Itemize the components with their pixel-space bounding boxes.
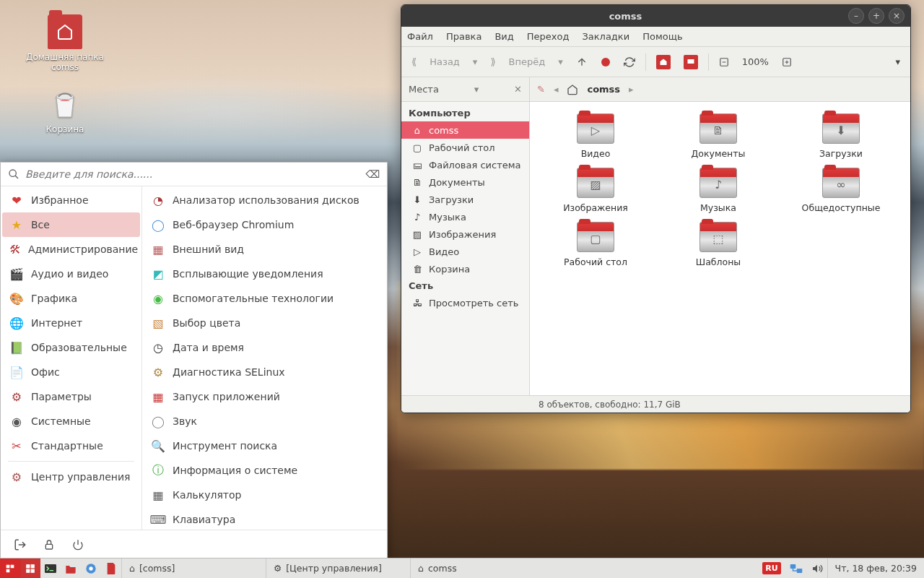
nav-up-button[interactable]	[573, 54, 590, 70]
close-button[interactable]: ×	[889, 8, 905, 24]
category-item[interactable]: 📄Офис	[2, 360, 140, 384]
search-input[interactable]	[25, 168, 359, 180]
terminal-launcher[interactable]	[40, 558, 61, 579]
app-item[interactable]: ▧Выбор цвета	[144, 311, 385, 335]
sidebar-item[interactable]: ♪Музыка	[401, 208, 529, 225]
menu-item[interactable]: Помощь	[642, 31, 682, 42]
computer-button[interactable]	[681, 53, 701, 72]
sidebar-item[interactable]: 🗑Корзина	[401, 260, 529, 277]
logout-button[interactable]	[8, 535, 32, 555]
nav-back-far-button[interactable]: ⟪	[409, 54, 419, 69]
app-item[interactable]: ◩Всплывающие уведомления	[144, 262, 385, 286]
browser-launcher[interactable]	[81, 558, 101, 579]
category-item[interactable]: ⚙Параметры	[2, 384, 140, 409]
files-launcher[interactable]	[61, 558, 81, 579]
app-item[interactable]: ⚙Диагностика SELinux	[144, 360, 385, 384]
path-current[interactable]: comss	[587, 84, 620, 95]
folder-item[interactable]: ▨Изображения	[534, 165, 657, 216]
app-item[interactable]: ▦Калькулятор	[144, 483, 385, 507]
category-item[interactable]: 🎬Аудио и видео	[2, 262, 140, 286]
sidebar-item[interactable]: 🗎Документы	[401, 173, 529, 191]
taskbar-item[interactable]: ⌂[comss]	[121, 558, 266, 578]
zoom-in-button[interactable]	[779, 55, 795, 69]
menu-applications: ◔Анализатор использования дисков◯Веб-бра…	[142, 186, 387, 530]
folder-item[interactable]: ▢Рабочий стол	[534, 219, 657, 270]
sidebar-item[interactable]: ▢Рабочий стол	[401, 139, 529, 156]
category-item[interactable]: ◉Системные	[2, 409, 140, 434]
menu-item[interactable]: Переход	[527, 31, 570, 42]
app-item[interactable]: 🔍Инструмент поиска	[144, 434, 385, 458]
app-item[interactable]: ▦Запуск приложений	[144, 384, 385, 409]
start-button[interactable]	[0, 558, 20, 579]
home-button[interactable]	[653, 53, 674, 72]
titlebar[interactable]: comss – + ×	[401, 5, 910, 27]
view-menu[interactable]: ▾	[892, 54, 903, 69]
fm-icon-view[interactable]: ▷Видео🗎Документы⬇Загрузки▨Изображения♪Му…	[530, 102, 910, 395]
category-item[interactable]: ★Все	[2, 212, 140, 237]
search-clear-icon[interactable]: ⌫	[365, 168, 380, 180]
menu-item[interactable]: Файл	[407, 31, 433, 42]
menu-item[interactable]: Закладки	[582, 31, 629, 42]
nav-forward-far-button[interactable]: ⟫	[487, 54, 498, 69]
menu-item[interactable]: Правка	[446, 31, 481, 42]
sidebar-item[interactable]: ⬇Загрузки	[401, 191, 529, 208]
desktop-icon-home[interactable]: Домашняя папка comss	[22, 14, 108, 72]
zoom-out-button[interactable]	[716, 55, 732, 69]
show-desktop-button[interactable]	[20, 558, 40, 579]
folder-item[interactable]: ⬇Загрузки	[780, 111, 902, 162]
maximize-button[interactable]: +	[868, 8, 884, 24]
sidebar-item[interactable]: ▷Видео	[401, 243, 529, 260]
control-center-item[interactable]: ⚙Центр управления	[2, 465, 140, 489]
lock-button[interactable]	[37, 535, 61, 555]
app-item[interactable]: ◯Веб-браузер Chromium	[144, 212, 385, 237]
category-item[interactable]: ❤Избранное	[2, 188, 140, 212]
app-item[interactable]: ⓘИнформация о системе	[144, 458, 385, 483]
reload-button[interactable]	[621, 54, 638, 70]
volume-icon[interactable]	[807, 558, 827, 578]
category-item[interactable]: ✂Стандартные	[2, 434, 140, 458]
minimize-button[interactable]: –	[848, 8, 864, 24]
path-home-icon[interactable]	[567, 84, 578, 95]
places-close[interactable]: ✕	[514, 84, 522, 95]
app-item[interactable]: ◉Вспомогательные технологии	[144, 286, 385, 311]
app-item[interactable]: ◔Анализатор использования дисков	[144, 188, 385, 212]
nav-forward-button[interactable]: Вперёд	[506, 54, 549, 69]
folder-item[interactable]: ⬚Шаблоны	[657, 219, 780, 270]
taskbar-item[interactable]: ⚙[Центр управления]	[266, 558, 410, 578]
nav-back-menu[interactable]: ▾	[470, 54, 481, 69]
menu-item[interactable]: Вид	[494, 31, 513, 42]
app-launcher[interactable]	[101, 558, 121, 579]
power-button[interactable]	[66, 535, 90, 555]
folder-item[interactable]: 🗎Документы	[657, 111, 780, 162]
category-item[interactable]: 🌐Интернет	[2, 311, 140, 335]
folder-item[interactable]: ♪Музыка	[657, 165, 780, 216]
keyboard-layout[interactable]: RU	[758, 558, 785, 578]
nav-forward-menu[interactable]: ▾	[555, 54, 566, 69]
folder-item[interactable]: ∞Общедоступные	[780, 165, 902, 216]
desktop-icon-trash[interactable]: Корзина	[22, 87, 108, 134]
folder-item[interactable]: ▷Видео	[534, 111, 657, 162]
folder-label: Шаблоны	[660, 256, 777, 267]
stop-button[interactable]	[598, 55, 614, 69]
app-item[interactable]: ⌨Клавиатура	[144, 507, 385, 530]
sidebar-item-label: Просмотреть сеть	[429, 298, 518, 309]
category-item[interactable]: 🎨Графика	[2, 286, 140, 311]
sidebar-item[interactable]: 🖴Файловая система	[401, 156, 529, 173]
sidebar-item[interactable]: 🖧Просмотреть сеть	[401, 294, 529, 311]
category-item[interactable]: 🛠Администрирование	[2, 237, 140, 262]
app-item[interactable]: ◷Дата и время	[144, 335, 385, 360]
category-item[interactable]: 📗Образовательные	[2, 335, 140, 360]
clock[interactable]: Чт, 18 фев, 20:39	[827, 558, 924, 578]
nav-back-button[interactable]: Назад	[427, 54, 463, 69]
places-toggle[interactable]: ▾	[474, 84, 479, 95]
taskbar-item[interactable]: ⌂comss	[410, 558, 554, 578]
path-edit-icon[interactable]: ✎	[537, 84, 545, 95]
app-item[interactable]: ◯Звук	[144, 409, 385, 434]
path-forward-icon[interactable]: ▸	[629, 84, 634, 95]
sidebar-item[interactable]: ⌂comss	[401, 121, 529, 139]
sidebar-item[interactable]: ▨Изображения	[401, 225, 529, 243]
path-back-icon[interactable]: ◂	[554, 84, 559, 95]
network-icon[interactable]	[785, 558, 807, 578]
app-item[interactable]: ▦Внешний вид	[144, 237, 385, 262]
places-header: Места ▾ ✕	[401, 77, 530, 101]
